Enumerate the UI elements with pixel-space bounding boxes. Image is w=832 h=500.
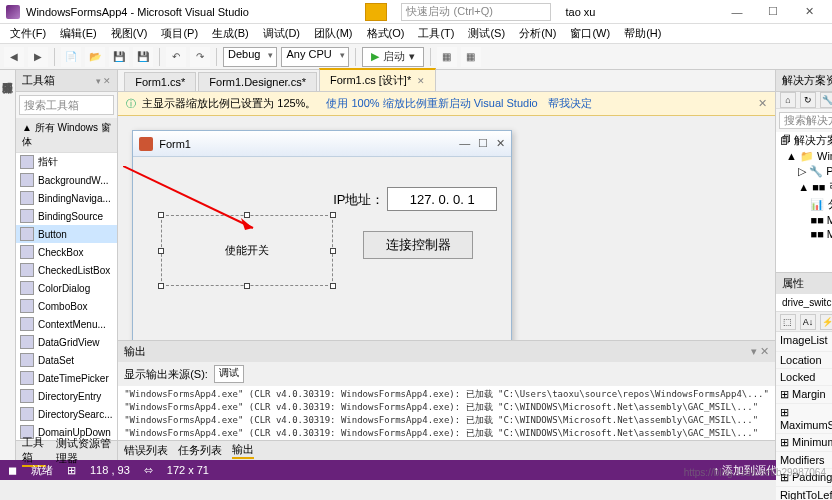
start-debug-button[interactable]: 启动 ▾	[362, 47, 424, 67]
menu-item[interactable]: 分析(N)	[513, 24, 562, 43]
toolbox-item[interactable]: Button	[16, 225, 117, 243]
menu-item[interactable]: 项目(P)	[155, 24, 204, 43]
explorer-search-input[interactable]: 搜索解决方案资源管理器(Ctrl+;)	[779, 112, 832, 129]
output-source-combo[interactable]: 调试	[214, 365, 244, 383]
test-explorer-tab[interactable]: 测试资源管理器	[56, 436, 111, 466]
output-text[interactable]: "WindowsFormsApp4.exe" (CLR v4.0.30319: …	[118, 386, 775, 440]
menu-item[interactable]: 窗口(W)	[564, 24, 616, 43]
nav-back-button[interactable]: ◀	[4, 47, 24, 67]
ip-textbox[interactable]: 127. 0. 0. 1	[387, 187, 497, 211]
platform-combo[interactable]: Any CPU	[281, 47, 348, 67]
tree-node[interactable]: ■■ Microsoft.CSharp	[776, 213, 832, 227]
property-row[interactable]: ⊞ MinimumSize0, 0	[776, 434, 832, 452]
restart-link[interactable]: 使用 100% 缩放比例重新启动 Visual Studio	[326, 96, 537, 111]
tree-node[interactable]: 🗐 解决方案"WindowsFormsApp4"(1	[776, 132, 832, 149]
toolbox-item[interactable]: CheckedListBox	[16, 261, 117, 279]
explorer-toolbar[interactable]: ⌂↻🔧📁	[776, 92, 832, 109]
maximize-button[interactable]: ☐	[756, 3, 790, 21]
toolbox-header[interactable]: 工具箱▾ ✕	[16, 70, 117, 92]
ip-label: IP地址：	[333, 191, 384, 209]
undo-button[interactable]: ↶	[166, 47, 186, 67]
menu-item[interactable]: 生成(B)	[206, 24, 255, 43]
menu-item[interactable]: 文件(F)	[4, 24, 52, 43]
close-button[interactable]: ✕	[792, 3, 826, 21]
tree-node[interactable]: ▷ 🔧 Properties	[776, 164, 832, 179]
property-row[interactable]: ImageList(无)	[776, 332, 832, 352]
align-button[interactable]: ▦	[437, 47, 457, 67]
form1-window[interactable]: Form1 —☐✕ IP地址： 127. 0. 0. 1 连接控制器 使能开关	[132, 130, 512, 340]
new-button[interactable]: 📄	[61, 47, 81, 67]
property-row[interactable]: Location118, 93	[776, 352, 832, 369]
tree-node[interactable]: ■■ Mycontrol	[776, 227, 832, 241]
menu-item[interactable]: 格式(O)	[361, 24, 411, 43]
toolbox-item[interactable]: BindingSource	[16, 207, 117, 225]
tree-node[interactable]: 📊 分析器	[776, 196, 832, 213]
save-all-button[interactable]: 💾	[133, 47, 153, 67]
property-row[interactable]: LockedFalse	[776, 369, 832, 386]
bottom-tab[interactable]: 输出	[232, 442, 254, 459]
config-combo[interactable]: Debug	[223, 47, 277, 67]
tree-node[interactable]: ▲ 📁 WindowsFormsApp4	[776, 149, 832, 164]
document-tab[interactable]: Form1.cs*	[124, 72, 196, 91]
connect-button[interactable]: 连接控制器	[363, 231, 473, 259]
save-button[interactable]: 💾	[109, 47, 129, 67]
tool-icon	[20, 245, 34, 259]
toolbox-item[interactable]: BindingNaviga...	[16, 189, 117, 207]
drive-switch-label[interactable]: 使能开关	[161, 215, 333, 286]
bottom-tab[interactable]: 错误列表	[124, 443, 168, 458]
align-button-2[interactable]: ▦	[461, 47, 481, 67]
toolbox-item[interactable]: DateTimePicker	[16, 369, 117, 387]
property-row[interactable]: ⊞ MaximumSize0, 0	[776, 404, 832, 434]
open-button[interactable]: 📂	[85, 47, 105, 67]
properties-toolbar[interactable]: ⬚A↓⚡📄	[776, 312, 832, 332]
solution-tree[interactable]: 🗐 解决方案"WindowsFormsApp4"(1 ▲ 📁 WindowsFo…	[776, 132, 832, 272]
menu-item[interactable]: 视图(V)	[105, 24, 154, 43]
toolbox-item[interactable]: ContextMenu...	[16, 315, 117, 333]
toolbox-item[interactable]: DataSet	[16, 351, 117, 369]
minimize-button[interactable]: —	[720, 3, 754, 21]
form-designer[interactable]: Form1 —☐✕ IP地址： 127. 0. 0. 1 连接控制器 使能开关	[118, 116, 775, 340]
menu-item[interactable]: 测试(S)	[462, 24, 511, 43]
toolbox-item[interactable]: CheckBox	[16, 243, 117, 261]
toolbox-item[interactable]: DirectoryEntry	[16, 387, 117, 405]
menu-item[interactable]: 帮助(H)	[618, 24, 667, 43]
toolbox-section[interactable]: ▲ 所有 Windows 窗体	[16, 118, 117, 153]
property-row[interactable]: RightToLeftNo	[776, 487, 832, 500]
status-size: 172 x 71	[167, 464, 209, 476]
property-row[interactable]: ⊞ Margin3, 3, 3, 3	[776, 386, 832, 404]
properties-header[interactable]: 属性	[776, 273, 832, 294]
bottom-tabs: 错误列表任务列表输出	[118, 440, 775, 460]
toolbox-item[interactable]: DataGridView	[16, 333, 117, 351]
properties-object[interactable]: drive_switch System.Windows.Forms.L	[776, 294, 832, 312]
notice-close-icon[interactable]: ✕	[758, 97, 767, 110]
solution-explorer-header[interactable]: 解决方案资源管理器▾ ✕	[776, 70, 832, 92]
output-pin-icon[interactable]: ▾ ✕	[751, 345, 769, 358]
menu-item[interactable]: 工具(T)	[412, 24, 460, 43]
help-link[interactable]: 帮我决定	[548, 96, 592, 111]
document-tab[interactable]: Form1.Designer.cs*	[198, 72, 317, 91]
toolbox-item[interactable]: BackgroundW...	[16, 171, 117, 189]
tool-icon	[20, 263, 34, 277]
menu-item[interactable]: 团队(M)	[308, 24, 359, 43]
toolbox-item[interactable]: DirectorySearc...	[16, 405, 117, 423]
toolbox-item[interactable]: ComboBox	[16, 297, 117, 315]
nav-fwd-button[interactable]: ▶	[28, 47, 48, 67]
redo-button[interactable]: ↷	[190, 47, 210, 67]
toolbox-search-input[interactable]: 搜索工具箱	[19, 95, 114, 115]
form1-titlebar: Form1 —☐✕	[133, 131, 511, 157]
menu-item[interactable]: 调试(D)	[257, 24, 306, 43]
user-name[interactable]: tao xu	[565, 6, 595, 18]
tool-icon	[20, 407, 34, 421]
quick-launch-input[interactable]: 快速启动 (Ctrl+Q)	[401, 3, 551, 21]
document-tab[interactable]: Form1.cs [设计]*✕	[319, 68, 436, 91]
window-title: WindowsFormsApp4 - Microsoft Visual Stud…	[26, 6, 249, 18]
toolbox-item[interactable]: ColorDialog	[16, 279, 117, 297]
bottom-tab[interactable]: 任务列表	[178, 443, 222, 458]
toolbox-item[interactable]: 指针	[16, 153, 117, 171]
tab-close-icon[interactable]: ✕	[417, 76, 425, 86]
left-gutter[interactable]: 服务器资源管理器	[0, 70, 16, 460]
tool-icon	[20, 389, 34, 403]
menu-item[interactable]: 编辑(E)	[54, 24, 103, 43]
feedback-icon[interactable]	[365, 3, 387, 21]
tree-node[interactable]: ▲ ■■ 引用	[776, 179, 832, 196]
